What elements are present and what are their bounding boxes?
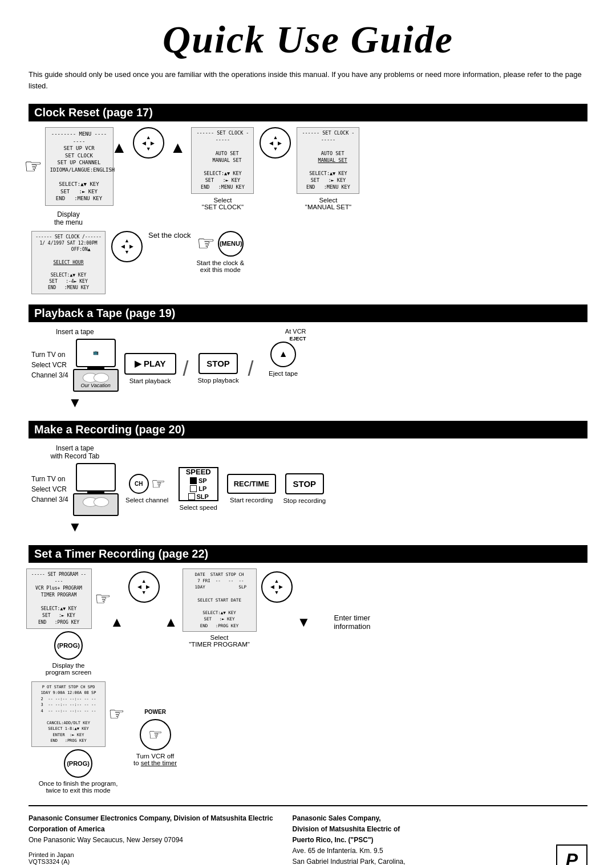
play-button[interactable]: ▶ PLAY xyxy=(124,353,176,375)
arrow-up-timer: ▲ xyxy=(110,614,124,630)
vcr-icon-rec xyxy=(73,493,119,516)
clock-step-manual-set: ------ SET CLOCK ------ AUTO SET MANUAL … xyxy=(297,127,359,210)
arrow-up-timer2: ▲ xyxy=(164,614,178,630)
speed-select-step: SPEED SP LP SLP Select speed xyxy=(176,467,221,512)
prog-button-1[interactable]: (PROG) xyxy=(54,631,83,660)
footer: Panasonic Consumer Electronics Company, … xyxy=(29,805,587,865)
footer-printed: Printed in JapanVQTS3324 (A) xyxy=(29,851,275,865)
footer-left-address: One Panasonic Way Secaucus, New Jersey 0… xyxy=(29,835,275,846)
arrow-up-1: ▲ xyxy=(111,139,127,157)
eject-button[interactable]: ▲ xyxy=(270,342,296,367)
screen-set-hour: ------ SET CLOCK /------1/ 4/1997 SAT 12… xyxy=(31,231,106,294)
label-set-clock: Select"SET CLOCK" xyxy=(202,197,244,210)
arrow-down-rec: ▼ xyxy=(31,519,119,535)
speed-lp: LP xyxy=(198,485,206,492)
channel-icon: CH xyxy=(129,474,149,494)
footer-left-company: Panasonic Consumer Electronics Company, … xyxy=(29,813,275,835)
stop-rec-button[interactable]: STOP xyxy=(285,473,325,494)
tv-icon-rec xyxy=(76,463,116,492)
intro-text: This guide should only be used once you … xyxy=(29,69,587,91)
clock-step-set: Set the clock xyxy=(148,231,191,239)
clock-step-set-hour: ------ SET CLOCK /------1/ 4/1997 SAT 12… xyxy=(31,231,106,294)
screen-manual-set: ------ SET CLOCK ------ AUTO SET MANUAL … xyxy=(297,127,359,194)
nav-circle-3: ▲ ◀▶ ▼ xyxy=(111,231,143,262)
section-timer: Set a Timer Recording (page 22) ----- SE… xyxy=(29,545,587,794)
display-program-label: Display theprogram screen xyxy=(46,662,92,676)
channel-select-step: CH ☞ Select channel xyxy=(124,474,170,505)
slash-1: / xyxy=(183,357,189,381)
playback-play-step: ▶ PLAY Start playback xyxy=(124,353,176,385)
model-p-box: P xyxy=(556,844,587,865)
turn-tv-rec-label: Turn TV onSelect VCRChannel 3/4 xyxy=(31,474,68,505)
screen-set-program: ----- SET PROGRAM -----VCR Plus+ PROGRAM… xyxy=(26,568,92,629)
nav-circle-2: ▲ ◀▶ ▼ xyxy=(260,127,291,159)
recording-header: Make a Recording (page 20) xyxy=(29,421,587,438)
prog-button-2[interactable]: (PROG) xyxy=(64,749,92,778)
clock-reset-header: Clock Reset (page 17) xyxy=(29,104,587,121)
hand-icon-prog: ☞ xyxy=(95,588,111,610)
hand-icon-exit: ☞ xyxy=(197,232,215,255)
timer-step-prog: ----- SET PROGRAM -----VCR Plus+ PROGRAM… xyxy=(31,568,106,676)
label-start-clock: Start the clock &exit this mode xyxy=(196,259,244,273)
timer-step-power: POWER ☞ Turn VCR offto set the timer xyxy=(133,709,177,766)
finish-program-label: Once to finish the program,twice to exit… xyxy=(39,780,118,794)
clock-step-display-menu: ☞ -------- MENU --------SET UP VCRSET CL… xyxy=(31,127,106,226)
arrow-up-2: ▲ xyxy=(170,139,186,157)
arrow-down-timer: ▼ xyxy=(297,614,311,630)
insert-tape-rec-label: Insert a tapewith Record Tab xyxy=(31,444,119,460)
clock-label-menu: Displaythe menu xyxy=(54,210,83,226)
hand-icon-menu: ☞ xyxy=(24,155,42,178)
timer-step-finish: P OT START STOP CH SPD1DAY 9:00A 12:00A … xyxy=(31,681,125,794)
select-channel-label: Select channel xyxy=(125,496,168,505)
start-recording-label: Start recording xyxy=(230,496,273,505)
page-title: Quick Use Guide xyxy=(29,17,587,62)
turn-tv-on-label: Turn TV onSelect VCRChannel 3/4 xyxy=(31,350,68,380)
playback-stop-step: STOP Stop playback xyxy=(196,353,241,385)
timer-step-enter: Enter timer information xyxy=(315,614,389,631)
select-timer-program-label: Select"TIMER PROGRAM" xyxy=(189,634,250,648)
hand-icon-power: ☞ xyxy=(148,725,163,744)
hand-icon-channel: ☞ xyxy=(151,474,165,493)
clock-step-set-clock: ------ SET CLOCK ------ AUTO SET MANUAL … xyxy=(191,127,254,210)
stop-button[interactable]: STOP xyxy=(198,353,238,374)
playback-header: Playback a Tape (page 19) xyxy=(29,304,587,322)
vcr-tape-icon: Our Vacation xyxy=(73,369,119,392)
footer-right-address: Ave. 65 de Infantería. Km. 9.5San Gabrie… xyxy=(293,846,540,865)
stop-playback-label: Stop playback xyxy=(197,376,238,385)
clock-step-exit: ☞ (MENU) Start the clock &exit this mode xyxy=(196,231,244,273)
screen-timer-program: DATE START STOP CH 7 FRI -- -- -- 1DAY S… xyxy=(183,568,257,632)
at-vcr-label: At VCREJECT xyxy=(261,328,306,342)
footer-right-company: Panasonic Sales Company,Division of Mats… xyxy=(293,813,540,846)
insert-tape-label: Insert a tape xyxy=(31,328,119,336)
tv-icon: 📺 xyxy=(76,339,116,367)
label-set-clock-action: Set the clock xyxy=(148,231,191,239)
nav-circle-timer2: ▲ ◀▶ ▼ xyxy=(261,568,293,603)
select-speed-label: Select speed xyxy=(179,503,217,512)
turn-vcr-off-label: Turn VCR offto set the timer xyxy=(133,753,177,766)
menu-btn-exit[interactable]: (MENU) xyxy=(218,231,244,257)
screen-program-list: P OT START STOP CH SPD1DAY 9:00A 12:00A … xyxy=(31,681,106,747)
eject-tape-label: Eject tape xyxy=(269,369,298,378)
playback-eject-step: At VCREJECT ▲ Eject tape xyxy=(261,328,306,378)
stop-recording-label: Stop recording xyxy=(283,497,326,505)
speed-slp: SLP xyxy=(197,493,209,500)
start-recording-step: REC/TIME Start recording xyxy=(227,474,276,505)
arrow-down-playback: ▼ xyxy=(31,395,119,411)
section-clock-reset: Clock Reset (page 17) ☞ -------- MENU --… xyxy=(29,104,587,294)
stop-recording-step: STOP Stop recording xyxy=(282,473,327,505)
start-playback-label: Start playback xyxy=(129,377,171,385)
timer-header: Set a Timer Recording (page 22) xyxy=(29,545,587,563)
speed-selector[interactable]: SPEED SP LP SLP xyxy=(179,467,218,501)
speed-sp: SP xyxy=(198,477,207,484)
slash-2: / xyxy=(248,357,254,381)
power-button[interactable]: ☞ xyxy=(140,719,171,750)
nav-circle-timer: ▲ ◀▶ ▼ xyxy=(128,568,160,603)
screen-menu: -------- MENU --------SET UP VCRSET CLOC… xyxy=(45,127,114,206)
section-playback: Playback a Tape (page 19) Insert a tape … xyxy=(29,304,587,411)
enter-timer-label: Enter timer information xyxy=(315,614,389,631)
label-manual-set: Select"MANUAL SET" xyxy=(305,197,351,210)
hand-icon-finish: ☞ xyxy=(108,703,125,725)
rec-time-button[interactable]: REC/TIME xyxy=(227,474,276,494)
timer-step-select: DATE START STOP CH 7 FRI -- -- -- 1DAY S… xyxy=(183,568,257,648)
nav-circle-1: ▲ ◀▶ ▼ xyxy=(133,127,164,159)
